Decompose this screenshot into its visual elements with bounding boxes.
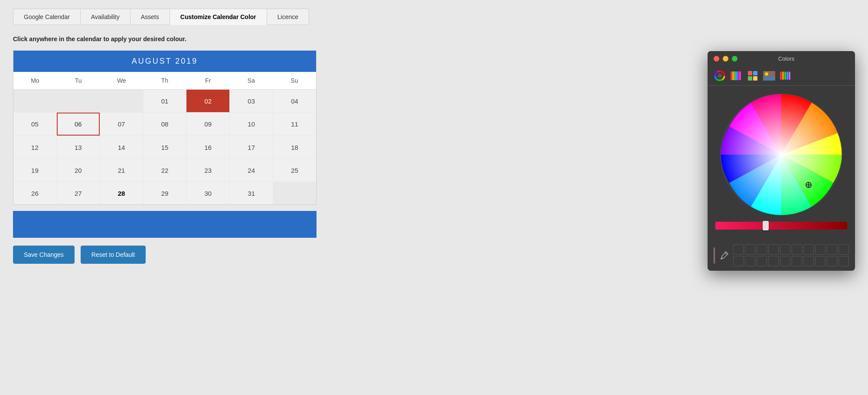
crayon-tool-icon[interactable]	[780, 70, 792, 82]
swatch-17[interactable]	[803, 256, 814, 266]
tab-licence[interactable]: Licence	[267, 9, 309, 25]
svg-rect-24	[789, 72, 790, 80]
calendar-cell[interactable]: 26	[13, 182, 56, 204]
calendar[interactable]: AUGUST 2019 Mo Tu We Th Fr Sa Su 0102030…	[13, 50, 317, 205]
svg-rect-5	[732, 71, 734, 80]
color-preview-bar[interactable]	[13, 211, 317, 238]
weekday-sa: Sa	[230, 72, 273, 89]
calendar-cell[interactable]	[57, 90, 100, 112]
color-palette-tool-icon[interactable]	[747, 70, 759, 82]
calendar-cell[interactable]: 03	[230, 90, 273, 112]
svg-rect-7	[736, 71, 737, 80]
calendar-cell[interactable]: 16	[186, 136, 229, 159]
svg-rect-16	[780, 72, 782, 80]
calendar-cell[interactable]: 09	[186, 113, 229, 136]
calendar-cell[interactable]: 18	[273, 136, 316, 159]
svg-marker-19	[782, 71, 784, 72]
svg-marker-23	[786, 71, 788, 72]
swatch-14[interactable]	[768, 256, 779, 266]
calendar-cell[interactable]	[13, 90, 56, 112]
calendar-cell[interactable]	[100, 90, 143, 112]
swatch-1[interactable]	[733, 244, 744, 255]
maximize-button-icon[interactable]	[732, 56, 737, 62]
calendar-cell[interactable]: 19	[13, 159, 56, 181]
close-button-icon[interactable]	[714, 56, 719, 62]
colors-toolbar	[708, 66, 855, 86]
tab-assets[interactable]: Assets	[131, 9, 170, 25]
swatch-7[interactable]	[803, 244, 814, 255]
calendar-cell[interactable]: 07	[100, 113, 143, 136]
calendar-cell[interactable]: 28	[100, 182, 143, 204]
calendar-cell[interactable]: 01	[144, 90, 186, 112]
svg-rect-6	[734, 71, 736, 80]
calendar-cell[interactable]: 02	[186, 90, 229, 112]
instruction-text: Click anywhere in the calendar to apply …	[13, 36, 855, 42]
calendar-cell[interactable]: 05	[13, 113, 56, 136]
brightness-slider-track[interactable]	[715, 222, 847, 230]
eyedropper-icon[interactable]	[719, 249, 729, 262]
calendar-cell[interactable]: 10	[230, 113, 273, 136]
tab-availability[interactable]: Availability	[81, 9, 131, 25]
weekday-fr: Fr	[186, 72, 230, 89]
svg-rect-4	[731, 71, 732, 80]
swatch-6[interactable]	[792, 244, 802, 255]
color-wheel-tool-icon[interactable]	[714, 70, 726, 82]
tab-google-calendar[interactable]: Google Calendar	[13, 9, 81, 25]
calendar-cell[interactable]: 13	[57, 136, 100, 159]
swatch-9[interactable]	[827, 244, 837, 255]
swatch-4[interactable]	[768, 244, 779, 255]
calendar-cell[interactable]: 29	[144, 182, 186, 204]
swatch-10[interactable]	[839, 244, 849, 255]
svg-rect-10	[748, 71, 752, 75]
swatch-13[interactable]	[757, 256, 767, 266]
swatch-20[interactable]	[839, 256, 849, 266]
swatch-8[interactable]	[815, 244, 826, 255]
svg-rect-11	[753, 71, 757, 75]
calendar-cell[interactable]: 20	[57, 159, 100, 181]
svg-point-32	[721, 258, 722, 259]
calendar-cell[interactable]: 22	[144, 159, 186, 181]
color-spectrum-tool-icon[interactable]	[730, 70, 742, 82]
weekday-tu: Tu	[57, 72, 100, 89]
calendar-cell[interactable]: 23	[186, 159, 229, 181]
swatch-15[interactable]	[780, 256, 790, 266]
tab-customize-calendar-color[interactable]: Customize Calendar Color	[170, 9, 267, 25]
color-wheel[interactable]	[718, 92, 844, 217]
swatch-12[interactable]	[745, 256, 755, 266]
svg-marker-21	[784, 71, 786, 72]
panel-bottom	[708, 240, 855, 271]
colors-panel: Colors	[708, 51, 855, 271]
calendar-cell[interactable]: 15	[144, 136, 186, 159]
calendar-cell[interactable]: 12	[13, 136, 56, 159]
calendar-cell[interactable]: 31	[230, 182, 273, 204]
calendar-cell[interactable]: 30	[186, 182, 229, 204]
reset-to-default-button[interactable]: Reset to Default	[81, 246, 146, 264]
swatch-2[interactable]	[745, 244, 755, 255]
calendar-cell[interactable]: 17	[230, 136, 273, 159]
calendar-cell[interactable]: 25	[273, 159, 316, 181]
color-wheel-area[interactable]	[708, 86, 855, 240]
swatch-16[interactable]	[792, 256, 802, 266]
swatch-11[interactable]	[733, 256, 744, 266]
calendar-cell[interactable]: 21	[100, 159, 143, 181]
save-changes-button[interactable]: Save Changes	[13, 246, 75, 264]
calendar-cell[interactable]: 24	[230, 159, 273, 181]
image-tool-icon[interactable]	[763, 70, 775, 82]
selected-color-swatch[interactable]	[714, 247, 715, 264]
swatch-3[interactable]	[757, 244, 767, 255]
minimize-button-icon[interactable]	[723, 56, 728, 62]
calendar-cell[interactable]: 06	[57, 113, 100, 136]
brightness-slider-thumb[interactable]	[763, 221, 769, 230]
calendar-cell[interactable]	[273, 182, 316, 204]
svg-rect-20	[784, 72, 786, 80]
calendar-cell[interactable]: 14	[100, 136, 143, 159]
swatch-19[interactable]	[827, 256, 837, 266]
swatch-5[interactable]	[780, 244, 790, 255]
calendar-cell[interactable]: 11	[273, 113, 316, 136]
calendar-cell[interactable]: 04	[273, 90, 316, 112]
colors-panel-titlebar: Colors	[708, 51, 855, 66]
calendar-cell[interactable]: 08	[144, 113, 186, 136]
calendar-cell[interactable]: 27	[57, 182, 100, 204]
svg-rect-22	[786, 72, 788, 80]
swatch-18[interactable]	[815, 256, 826, 266]
